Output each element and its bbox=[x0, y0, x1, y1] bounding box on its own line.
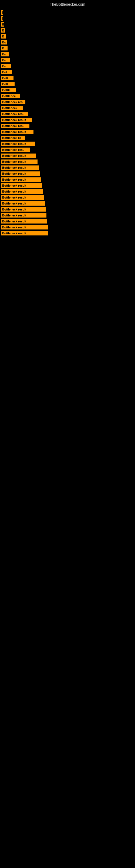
bar-label: Bottleneck result bbox=[1, 165, 39, 170]
bar-label: E bbox=[1, 22, 4, 27]
bar-row: Bottleneck result bbox=[0, 118, 135, 122]
bar-label: Bottleneck result bbox=[1, 154, 36, 158]
bar-label: Bo bbox=[1, 40, 7, 44]
bar-row: Bottleneck result bbox=[0, 189, 135, 194]
bar-row: Bottleneck result bbox=[0, 213, 135, 218]
bar-row: Bottleneck result bbox=[0, 231, 135, 236]
site-title-container: TheBottlenecker.com bbox=[0, 0, 135, 8]
bar-row: Bottleneck resu bbox=[0, 148, 135, 152]
bar-label: Bottleneck re bbox=[1, 135, 25, 140]
bar-row: Bottleneck resu bbox=[0, 124, 135, 128]
bar-label: Bottleneck result bbox=[1, 183, 42, 188]
bar-row: Bottleneck result bbox=[0, 172, 135, 176]
bar-row: Bo bbox=[0, 40, 135, 44]
bar-label: | bbox=[1, 10, 3, 14]
bar-row: | bbox=[0, 10, 135, 14]
bars-container: ||EBBBoBBoBoBoBotBottBottBottleBottlenec… bbox=[0, 8, 135, 236]
bar-row: Bottleneck result bbox=[0, 225, 135, 229]
bar-row: Bottleneck result bbox=[0, 219, 135, 223]
bar-row: Bottleneck result bbox=[0, 207, 135, 212]
bar-label: B bbox=[1, 34, 6, 38]
bar-label: Bottle bbox=[1, 88, 16, 92]
bar-label: Bottleneck bbox=[1, 106, 23, 110]
bar-label: B bbox=[1, 28, 5, 33]
bar-label: Bott bbox=[1, 82, 14, 86]
bar-label: Bottleneck result bbox=[1, 130, 34, 134]
bar-label: Bottleneck result bbox=[1, 172, 40, 176]
site-title: TheBottlenecker.com bbox=[0, 0, 135, 8]
bar-row: Bottleneck result bbox=[0, 130, 135, 134]
bar-row: Bottleneck res bbox=[0, 100, 135, 104]
bar-label: Bottlenec bbox=[1, 94, 20, 98]
bar-label: Bottleneck result bbox=[1, 213, 46, 218]
bar-row: Bo bbox=[0, 52, 135, 56]
bar-row: E bbox=[0, 22, 135, 27]
bar-label: Bo bbox=[1, 52, 9, 56]
bar-label: Bo bbox=[1, 58, 10, 62]
bar-label: Bott bbox=[1, 76, 13, 80]
bar-label: Bottleneck result bbox=[1, 201, 45, 206]
bar-row: Bo bbox=[0, 64, 135, 68]
bar-row: Bottleneck re bbox=[0, 135, 135, 140]
bar-row: Bottleneck result bbox=[0, 165, 135, 170]
bar-label: | bbox=[1, 16, 3, 21]
bar-row: Bottleneck result bbox=[0, 195, 135, 199]
bar-row: Bottleneck result bbox=[0, 201, 135, 206]
bar-row: Bott bbox=[0, 76, 135, 80]
bar-label: Bottleneck result bbox=[1, 177, 41, 182]
bar-label: Bo bbox=[1, 64, 11, 68]
bar-row: Bottleneck resu bbox=[0, 112, 135, 116]
bar-label: Bottleneck result bbox=[1, 142, 35, 146]
bar-row: Bott bbox=[0, 82, 135, 86]
bar-label: Bottleneck resu bbox=[1, 148, 30, 152]
bar-label: B bbox=[1, 46, 8, 51]
bar-row: | bbox=[0, 16, 135, 21]
bar-label: Bottleneck result bbox=[1, 225, 48, 229]
bar-row: Bottleneck bbox=[0, 106, 135, 110]
bar-row: Bottle bbox=[0, 88, 135, 92]
bar-label: Bottleneck result bbox=[1, 118, 32, 122]
bar-label: Bottleneck result bbox=[1, 231, 48, 236]
bar-label: Bot bbox=[1, 70, 12, 74]
bar-label: Bottleneck resu bbox=[1, 112, 28, 116]
bar-label: Bottleneck result bbox=[1, 219, 47, 223]
bar-label: Bottleneck result bbox=[1, 195, 44, 199]
bar-label: Bottleneck result bbox=[1, 159, 38, 164]
bar-row: Bot bbox=[0, 70, 135, 74]
bar-row: B bbox=[0, 28, 135, 33]
bar-row: Bottleneck result bbox=[0, 177, 135, 182]
bar-label: Bottleneck result bbox=[1, 189, 43, 194]
bar-label: Bottleneck resu bbox=[1, 124, 30, 128]
bar-row: Bo bbox=[0, 58, 135, 62]
bar-row: B bbox=[0, 46, 135, 51]
bar-label: Bottleneck result bbox=[1, 207, 46, 212]
bar-row: Bottleneck result bbox=[0, 142, 135, 146]
bar-row: Bottleneck result bbox=[0, 154, 135, 158]
bar-label: Bottleneck res bbox=[1, 100, 26, 104]
bar-row: Bottleneck result bbox=[0, 183, 135, 188]
bar-row: B bbox=[0, 34, 135, 38]
bar-row: Bottlenec bbox=[0, 94, 135, 98]
bar-row: Bottleneck result bbox=[0, 159, 135, 164]
